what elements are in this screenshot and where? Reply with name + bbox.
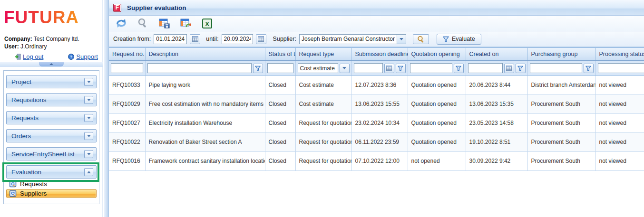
filter-dropdown-icon[interactable] (340, 64, 350, 73)
chevron-up-icon[interactable] (84, 168, 93, 176)
futura-app-icon: F (113, 4, 121, 12)
filter-funnel-icon[interactable] (584, 64, 594, 73)
supplier-input[interactable] (299, 34, 397, 44)
chevron-down-icon[interactable] (84, 150, 93, 158)
filter-funnel-icon[interactable] (516, 64, 526, 73)
creation-from-calendar-icon[interactable] (190, 34, 200, 44)
logout-link[interactable]: Log out (14, 53, 43, 60)
session-links: Log out ? Support (0, 53, 103, 60)
cell-request-type: Cost estimate (295, 94, 351, 113)
column-header-processing-status[interactable]: Processing status (595, 48, 644, 61)
column-header-request-no[interactable]: Request no. (109, 48, 145, 61)
column-header-submission-deadline[interactable]: Submission deadline (351, 48, 408, 61)
filter-cell-request-type: Cost estimate (295, 61, 351, 75)
column-header-purchasing-group[interactable]: Purchasing group (527, 48, 595, 61)
sidebar-section-serviceentrysheetlist[interactable]: ServiceEntrySheetList (6, 147, 97, 160)
filter-funnel-icon[interactable] (396, 64, 406, 73)
filter-calendar-icon[interactable] (384, 64, 394, 73)
filter-input-quotation-opening[interactable] (410, 63, 452, 73)
column-header-created-on[interactable]: Created on (466, 48, 527, 61)
grid-search-icon (10, 190, 17, 197)
column-header-description[interactable]: Description (145, 48, 265, 61)
sidebar-section-orders[interactable]: Orders (6, 129, 97, 142)
filter-input-description[interactable] (147, 63, 252, 73)
cell-processing-status: not viewed (595, 151, 644, 170)
cell-request-type: Request for quotation (295, 151, 351, 170)
cell-description: Electricity installation Warehouse (145, 113, 265, 132)
supplier-evaluation-table: Request no.DescriptionStatus of tRequest… (109, 48, 644, 171)
cell-created-on: 23.05.2023 14:58 (466, 113, 527, 132)
search-icon[interactable] (137, 18, 149, 29)
table-save-icon[interactable] (158, 18, 170, 29)
chevron-down-icon[interactable] (84, 96, 93, 104)
table-row[interactable]: RFQ10022Renovation of Baker Street secti… (109, 132, 644, 151)
sidebar-collapse-handle[interactable] (39, 62, 64, 66)
table-row[interactable]: RFQ10029Free cost estimation with no man… (109, 94, 644, 113)
page-title: Supplier evaluation (127, 4, 186, 11)
filter-cell-purchasing-group (527, 61, 595, 75)
filter-funnel-icon[interactable] (454, 64, 464, 73)
evaluate-button[interactable]: Evaluate (437, 34, 481, 45)
table-row[interactable]: RFQ10027Electricity installation Warehou… (109, 113, 644, 132)
table-row[interactable]: RFQ10016Framework contract sanitary inst… (109, 151, 644, 170)
cell-status-of-t: Closed (265, 94, 295, 113)
cell-status-of-t: Closed (265, 132, 295, 151)
module-titlebar: F Supplier evaluation (109, 0, 644, 16)
company-label: Company: (4, 36, 32, 42)
cell-quotation-opening: Quotation opened (408, 94, 466, 113)
sidebar-splitter[interactable] (104, 0, 108, 217)
supplier-dropdown-icon[interactable] (397, 34, 406, 44)
table-row[interactable]: RFQ10033Pipe laying workClosedCost estim… (109, 75, 644, 94)
filter-calendar-icon[interactable] (504, 64, 514, 73)
sidebar-section-requisitions[interactable]: Requisitions (6, 93, 97, 106)
refresh-icon[interactable] (115, 18, 127, 29)
sidebar-section-requests[interactable]: Requests (6, 111, 97, 124)
column-header-request-type[interactable]: Request type (295, 48, 351, 61)
sidebar-section-evaluation[interactable]: Evaluation (6, 165, 97, 179)
filter-input-request-no[interactable] (111, 63, 143, 73)
sidebar-item-requests[interactable]: Requests (6, 179, 97, 189)
until-input[interactable] (222, 34, 253, 44)
chevron-down-icon[interactable] (84, 78, 93, 86)
cell-request-type: Request for quotation (295, 132, 351, 151)
filter-input-submission-deadline[interactable] (354, 63, 383, 73)
sidebar-section-label: Evaluation (11, 169, 41, 176)
filter-select-request-type[interactable]: Cost estimate (298, 63, 338, 73)
creation-from-input[interactable] (154, 34, 187, 44)
filter-input-purchasing-group[interactable] (530, 63, 582, 73)
chevron-down-icon[interactable] (84, 114, 93, 122)
cell-request-no: RFQ10033 (109, 75, 145, 94)
cell-quotation-opening: Quotation opened (408, 75, 466, 94)
sidebar-section-label: Requests (11, 114, 39, 122)
cell-quotation-opening: not opened (408, 151, 466, 170)
cell-submission-deadline: 06.11.2022 23:59 (351, 132, 408, 151)
sidebar-item-suppliers[interactable]: Suppliers (6, 189, 97, 198)
supplier-combobox (299, 34, 406, 44)
cell-created-on: 13.06.2023 15:35 (466, 94, 527, 113)
column-header-quotation-opening[interactable]: Quotation opening (408, 48, 466, 61)
cell-processing-status: not viewed (595, 113, 644, 132)
sidebar-section-project[interactable]: Project (6, 75, 97, 88)
chevron-down-icon[interactable] (84, 132, 93, 140)
supplier-search-button[interactable] (413, 34, 429, 44)
filter-cell-quotation-opening (408, 61, 466, 75)
filter-input-processing-status[interactable] (598, 63, 644, 73)
column-header-status-of-t[interactable]: Status of t (265, 48, 295, 61)
filter-funnel-icon[interactable] (253, 64, 263, 73)
table-filter-row: Cost estimate (109, 61, 644, 75)
cell-submission-deadline: 12.07.2023 8:36 (351, 75, 408, 94)
until-calendar-icon[interactable] (256, 34, 266, 44)
filter-input-created-on[interactable] (468, 63, 503, 73)
filter-cell-description (145, 61, 265, 75)
main-panel: F Supplier evaluation (108, 0, 644, 217)
cell-submission-deadline: 23.02.2024 10:34 (351, 113, 408, 132)
filter-bar: Creation from: until: Supplier: Evaluate (109, 31, 644, 47)
user-line: User: J.Ordinary (4, 43, 79, 50)
filter-input-status-of-t[interactable] (267, 63, 293, 73)
sidebar-section-label: Requisitions (11, 96, 47, 104)
table-export-icon[interactable] (179, 18, 192, 29)
excel-export-icon[interactable]: X (201, 18, 213, 29)
support-link[interactable]: ? Support (68, 53, 98, 60)
cell-request-no: RFQ10029 (109, 94, 145, 113)
table-header-row: Request no.DescriptionStatus of tRequest… (109, 48, 644, 61)
